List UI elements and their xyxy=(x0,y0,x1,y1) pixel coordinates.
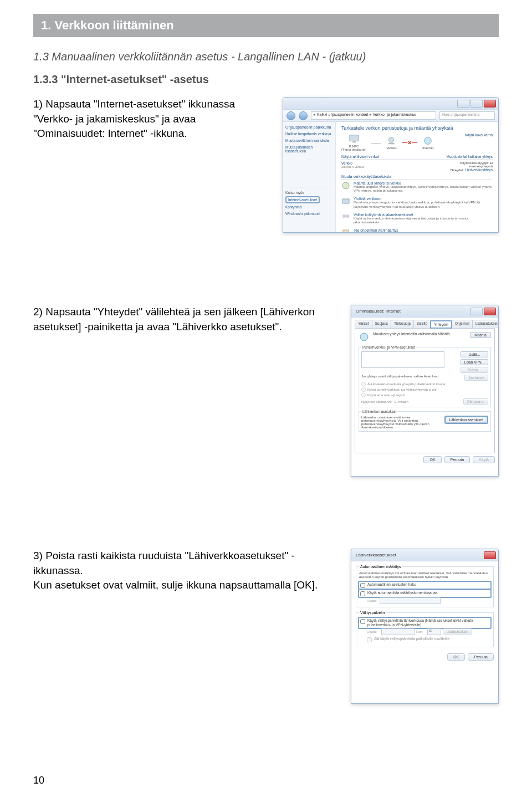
proxy-port-input[interactable]: 80 xyxy=(427,628,441,635)
view-map-link[interactable]: Näytä koko kartta xyxy=(464,133,493,137)
sidebar-item[interactable]: Windowsin palomuuri xyxy=(285,212,333,216)
sidebar-section: Katso myös xyxy=(285,191,333,195)
network-diagram: PJ-PC (Tämä tietokone) ——— Verkko —✕— In… xyxy=(341,134,464,151)
subheading: 1.3.3 "Internet-asetukset" -asetus xyxy=(33,73,499,86)
forward-arrow-icon[interactable] xyxy=(299,111,308,120)
screenshot-2: Ominaisuudet: Internet Yleiset Suojaus T… xyxy=(351,305,499,477)
script-address-input[interactable] xyxy=(380,597,441,604)
screenshot-3: Lähiverkkoasetukset Automaattinen määrit… xyxy=(351,549,499,704)
section-title: 1. Verkkoon liittäminen xyxy=(41,18,174,32)
dialup-legend: Puhelinverkko- ja VPN-asetukset xyxy=(361,345,416,349)
connect-icon xyxy=(341,197,350,206)
win-body: Ohjauspaneelin pääikkuna Hallitse langat… xyxy=(283,122,498,232)
remove-button[interactable]: Poista... xyxy=(461,367,488,373)
step-1-row: 1) Napsauta "Internet-asetukset" ikkunas… xyxy=(33,97,499,233)
back-arrow-icon[interactable] xyxy=(287,111,295,120)
sidebar-item[interactable]: Muuta sovittimen asetuksia xyxy=(285,139,333,143)
svg-point-10 xyxy=(360,333,368,341)
addvpn-button[interactable]: Lisää VPN... xyxy=(461,359,488,365)
setup-button[interactable]: Määritä xyxy=(470,332,491,338)
svg-rect-0 xyxy=(350,135,359,141)
network-name[interactable]: Verkko xyxy=(341,161,364,165)
autoconfig-legend: Automaattinen määritys xyxy=(359,565,402,569)
option-link[interactable]: Tee ongelmien vianmääritys xyxy=(354,228,450,232)
svg-point-8 xyxy=(346,214,349,218)
tab-privacy[interactable]: Tietosuoja xyxy=(391,320,414,328)
globe-icon xyxy=(359,332,370,342)
sidebar-item[interactable]: Hallitse langattomia verkkoja xyxy=(285,132,333,136)
sidebar-item[interactable]: Kotiryhmä xyxy=(285,205,333,209)
proxy-address-input[interactable] xyxy=(381,628,415,635)
sidebar: Ohjauspaneelin pääikkuna Hallitse langat… xyxy=(283,122,336,232)
default-button[interactable]: Oletusarvo xyxy=(463,398,488,405)
tab-programs[interactable]: Ohjelmat xyxy=(452,320,473,328)
svg-rect-6 xyxy=(342,199,349,203)
maximize-button[interactable] xyxy=(470,100,483,108)
internet-properties-dialog: Ominaisuudet: Internet Yleiset Suojaus T… xyxy=(351,305,499,477)
apply-button[interactable]: Käytä xyxy=(473,456,495,463)
ok-button[interactable]: OK xyxy=(447,653,465,661)
main-panel: Tarkastele verkon perustietoja ja määrit… xyxy=(336,122,498,232)
internet-settings-link[interactable]: Internet-asetukset xyxy=(285,196,320,203)
dialog-body: Automaattinen määritys Automaattinen mää… xyxy=(351,561,498,703)
useproxy-checkbox[interactable] xyxy=(360,619,365,624)
settings-button[interactable]: Asetukset xyxy=(464,375,488,381)
sidebar-title: Ohjauspaneelin pääikkuna xyxy=(285,125,333,129)
svg-point-2 xyxy=(389,137,394,142)
lan-group: Lähiverkon asetukset Lähiverkon asetukse… xyxy=(359,410,491,432)
step-2-row: 2) Napsauta "Yhteydet" välilehteä ja sen… xyxy=(33,305,499,477)
screenshot-1: ▸ Kaikki ohjauspaneelin kohteet ▸ Verkko… xyxy=(283,97,499,233)
search-input[interactable]: Hae ohjauspaneelista xyxy=(439,111,495,120)
lan-settings-dialog: Lähiverkkoasetukset Automaattinen määrit… xyxy=(351,549,499,704)
option-link[interactable]: Määritä uusi yhteys tai verkko xyxy=(354,181,493,185)
connect-link[interactable]: Muodosta tai katkaise yhteys xyxy=(447,155,493,158)
connection-listbox[interactable] xyxy=(361,351,444,368)
autodetect-checkbox[interactable] xyxy=(360,583,365,588)
proxy-note: Jos yhteys vaatii välityspalvelimen, val… xyxy=(361,375,462,378)
close-button[interactable] xyxy=(484,551,496,559)
setup-icon xyxy=(341,181,350,190)
radio-ifnone[interactable] xyxy=(361,387,366,392)
section-header: 1. Verkkoon liittäminen xyxy=(33,14,499,37)
setup-text: Muodosta yhteys Internetiin valitsemalla… xyxy=(373,332,467,336)
close-button[interactable] xyxy=(484,308,496,315)
help-button[interactable] xyxy=(470,308,483,315)
tab-general[interactable]: Yleiset xyxy=(355,320,372,328)
sidebar-item[interactable]: Muuta jakamisen lisäasetuksia xyxy=(285,145,333,154)
option-link[interactable]: Yhdistä verkkoon xyxy=(354,197,493,201)
add-button[interactable]: Lisää... xyxy=(461,351,488,357)
cancel-button[interactable]: Peruuta xyxy=(444,456,470,463)
dialog-buttons: OK Peruuta xyxy=(356,651,494,661)
breadcrumb[interactable]: ▸ Kaikki ohjauspaneelin kohteet ▸ Verkko… xyxy=(311,111,436,120)
tab-connections[interactable]: Yhteydet xyxy=(430,320,452,329)
tab-bar: Yleiset Suojaus Tietosuoja Sisältö Yhtey… xyxy=(355,320,495,329)
step-1-text: 1) Napsauta "Internet-asetukset" ikkunas… xyxy=(33,97,272,141)
subtitle: 1.3 Manuaalinen verkkoliitännän asetus -… xyxy=(33,50,499,63)
ok-button[interactable]: OK xyxy=(423,456,441,463)
svg-rect-3 xyxy=(388,143,395,145)
dialog-body: Yleiset Suojaus Tietosuoja Sisältö Yhtey… xyxy=(351,318,498,476)
tab-content[interactable]: Sisältö xyxy=(413,320,431,328)
dialog-title: Lähiverkkoasetukset xyxy=(356,553,396,558)
radio-never[interactable] xyxy=(361,382,366,386)
pc-icon: PJ-PC (Tämä tietokone) xyxy=(341,134,366,151)
advanced-button[interactable]: Lisäasetukset xyxy=(443,628,473,635)
tab-content: Muodosta yhteys Internetiin valitsemalla… xyxy=(355,329,495,453)
bypass-local-checkbox[interactable] xyxy=(367,637,372,642)
cancel-button[interactable]: Peruuta xyxy=(468,653,494,661)
svg-point-4 xyxy=(424,137,432,145)
close-button[interactable] xyxy=(484,100,496,108)
option-link[interactable]: Valitse kotiryhmä ja jakamisasetukset xyxy=(354,213,493,217)
lan-settings-button[interactable]: Lähiverkon asetukset xyxy=(446,417,487,423)
tab-advanced[interactable]: Lisäasetukset xyxy=(472,320,498,328)
disconnected-icon: —✕— xyxy=(402,140,417,146)
minimize-button[interactable] xyxy=(457,100,469,108)
step-2-text: 2) Napsauta "Yhteydet" välilehteä ja sen… xyxy=(33,305,340,334)
tab-security[interactable]: Suojaus xyxy=(372,320,392,328)
connection-line: ——— xyxy=(371,141,381,145)
autoscript-checkbox[interactable] xyxy=(360,591,365,596)
proxy-group: Välityspalvelin Käytä välityspalvelinta … xyxy=(356,611,494,647)
svg-rect-9 xyxy=(343,230,349,232)
win-toolbar: ▸ Kaikki ohjauspaneelin kohteet ▸ Verkko… xyxy=(283,110,498,122)
radio-always[interactable] xyxy=(361,393,366,397)
